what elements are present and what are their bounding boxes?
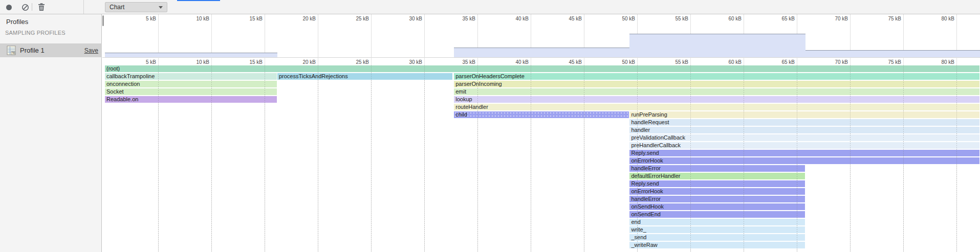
flame-frame[interactable]: _send xyxy=(629,234,804,241)
profile-name: Profile 1 xyxy=(20,47,45,54)
record-button[interactable] xyxy=(3,2,14,13)
overview-ruler-tick-label: 55 kB xyxy=(662,16,688,21)
flame-frame[interactable]: runPreParsing xyxy=(629,111,979,118)
overview-step xyxy=(805,50,980,57)
toolbar: Chart xyxy=(0,0,980,14)
flame-frame[interactable]: handleRequest xyxy=(629,119,979,126)
panel-tab-indicator xyxy=(177,0,220,1)
flame-ruler-tick-label: 10 kB xyxy=(183,59,209,65)
circle-slash-icon xyxy=(21,4,29,11)
grid-line-flame-dotted xyxy=(477,65,478,252)
flame-frame[interactable]: child xyxy=(454,111,629,118)
toolbar-separator xyxy=(32,3,32,11)
record-icon xyxy=(6,5,12,10)
flame-frame[interactable]: handleError xyxy=(629,165,804,172)
grid-line-overview xyxy=(371,14,372,58)
flame-ruler-tick-label: 25 kB xyxy=(342,59,369,65)
flame-frame[interactable]: write_ xyxy=(629,226,804,233)
save-profile-link[interactable]: Save xyxy=(84,47,98,54)
overview-ruler-tick-label: 25 kB xyxy=(342,16,369,21)
flame-ruler-tick-label: 75 kB xyxy=(875,59,901,65)
trash-icon xyxy=(38,3,45,11)
overview-ruler-tick-label: 65 kB xyxy=(768,16,795,21)
overview-ruler-tick-label: 50 kB xyxy=(608,16,635,21)
grid-line-flame-dotted xyxy=(584,65,584,252)
svg-text:%: % xyxy=(12,51,15,55)
flame-frame[interactable]: defaultErrorHandler xyxy=(629,173,804,179)
delete-profile-button[interactable] xyxy=(36,2,47,13)
flame-frame[interactable]: Readable.on xyxy=(105,96,277,103)
grid-line-flame-dotted xyxy=(690,65,691,252)
flame-frame[interactable]: onconnection xyxy=(105,81,277,87)
flame-frame[interactable]: _writeRaw xyxy=(629,242,804,248)
sidebar-item-profile-1[interactable]: % Profile 1 Save xyxy=(0,43,102,57)
flame-frame[interactable]: lookup xyxy=(454,96,979,103)
overview-ruler-tick-label: 20 kB xyxy=(289,16,316,21)
grid-line-flame-dotted xyxy=(903,65,904,252)
flame-chart-area: 5 kB5 kB10 kB10 kB15 kB15 kB20 kB20 kB25… xyxy=(102,14,980,252)
flame-frame[interactable]: processTicksAndRejections xyxy=(277,73,452,80)
flame-frame[interactable]: parserOnHeadersComplete xyxy=(454,73,979,80)
grid-line-overview xyxy=(265,14,265,58)
flame-ruler-tick-label: 20 kB xyxy=(289,59,316,65)
flame-frame[interactable]: (root) xyxy=(105,65,979,72)
flame-frame[interactable]: Reply.send xyxy=(629,150,979,156)
flame-ruler-tick-label: 30 kB xyxy=(396,59,422,65)
flame-frame[interactable]: onSendHook xyxy=(629,203,804,210)
grid-line-flame-dotted xyxy=(850,65,851,252)
flame-ruler-tick-label: 5 kB xyxy=(129,59,156,65)
overview-ruler-tick-label: 60 kB xyxy=(715,16,742,21)
grid-line-flame-dotted xyxy=(424,65,425,252)
flame-ruler-tick-label: 35 kB xyxy=(449,59,475,65)
overview-ruler-tick-label: 30 kB xyxy=(396,16,422,21)
flame-frame[interactable]: onSendEnd xyxy=(629,211,804,218)
flame-frame[interactable]: routeHandler xyxy=(454,104,979,110)
chevron-down-icon xyxy=(159,6,163,9)
sidebar-title: Profiles xyxy=(6,18,28,26)
overview-step xyxy=(105,53,277,57)
grid-line-flame-dotted xyxy=(318,65,318,252)
flame-frame[interactable]: end xyxy=(629,219,804,225)
grid-line-flame-dotted xyxy=(158,65,159,252)
overview-ruler-tick-label: 10 kB xyxy=(183,16,209,21)
overview-step xyxy=(454,48,629,57)
grid-line-flame-dotted xyxy=(797,65,797,252)
flame-frame[interactable]: onErrorHook xyxy=(629,157,979,164)
flame-frame[interactable]: parserOnIncoming xyxy=(454,81,979,87)
flame-frame[interactable]: emit xyxy=(454,88,979,95)
flame-ruler-tick-label: 15 kB xyxy=(236,59,263,65)
flame-frame[interactable]: preHandlerCallback xyxy=(629,142,979,149)
devtools-memory-sampling-panel: { "toolbar": { "chart_view_label": "Char… xyxy=(0,0,980,252)
flame-frame[interactable]: handler xyxy=(629,127,979,133)
grid-line-flame-dotted xyxy=(211,65,212,252)
sampling-profiles-section-header: SAMPLING PROFILES xyxy=(5,30,66,36)
flame-frame[interactable]: onErrorHook xyxy=(629,188,804,195)
profiles-sidebar: Profiles SAMPLING PROFILES % Profile 1 S… xyxy=(0,14,102,252)
flame-frame[interactable]: preValidationCallback xyxy=(629,134,979,141)
grid-line-flame-dotted xyxy=(744,65,744,252)
flame-ruler-tick-label: 55 kB xyxy=(662,59,688,65)
toolbar-section-divider xyxy=(83,0,84,14)
grid-line-overview xyxy=(158,14,159,58)
overview-ruler-tick-label: 75 kB xyxy=(875,16,901,21)
grid-line-overview xyxy=(424,14,425,58)
allocation-overview-pane[interactable] xyxy=(102,14,980,58)
flame-frame[interactable]: handleError xyxy=(629,196,804,202)
flame-frame[interactable]: Socket xyxy=(105,88,277,95)
flame-ruler-tick-label: 70 kB xyxy=(821,59,848,65)
profile-document-icon: % xyxy=(7,45,16,55)
overview-step xyxy=(629,34,805,57)
overview-ruler-tick-label: 15 kB xyxy=(236,16,263,21)
grid-line-flame-dotted xyxy=(637,65,638,252)
overview-ruler-tick-label: 5 kB xyxy=(129,16,156,21)
grid-line-overview xyxy=(211,14,212,58)
overview-scrollbar-thumb[interactable] xyxy=(102,15,104,26)
overview-ruler-tick-label: 45 kB xyxy=(555,16,582,21)
flame-frame[interactable]: callbackTrampoline xyxy=(105,73,277,80)
grid-line-flame-dotted xyxy=(531,65,531,252)
flame-frame[interactable]: Reply.send xyxy=(629,180,804,187)
grid-line-flame-dotted xyxy=(956,65,957,252)
clear-all-profiles-button[interactable] xyxy=(19,2,31,13)
view-mode-select[interactable]: Chart xyxy=(105,2,167,12)
flame-ruler-tick-label: 50 kB xyxy=(608,59,635,65)
